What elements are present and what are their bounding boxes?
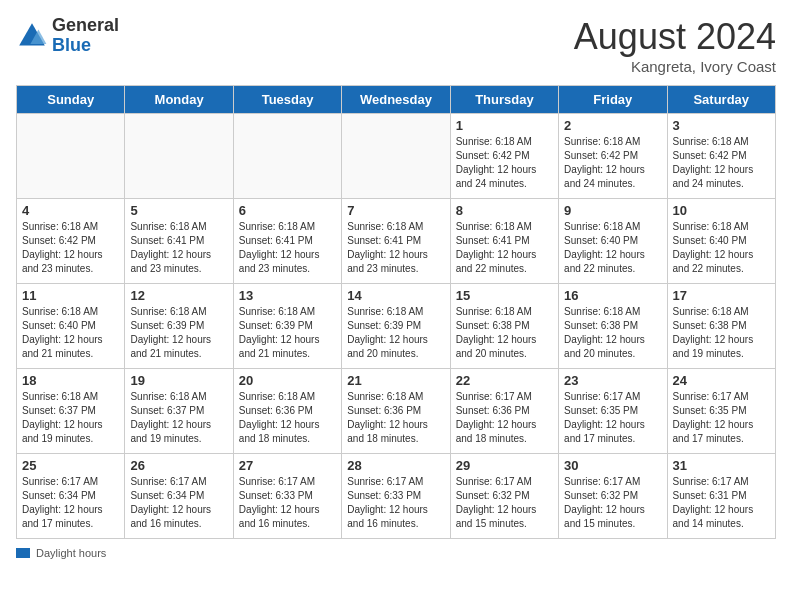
day-info: Sunrise: 6:17 AM Sunset: 6:33 PM Dayligh… — [239, 475, 336, 531]
day-info: Sunrise: 6:17 AM Sunset: 6:32 PM Dayligh… — [456, 475, 553, 531]
day-info: Sunrise: 6:18 AM Sunset: 6:40 PM Dayligh… — [22, 305, 119, 361]
day-number: 18 — [22, 373, 119, 388]
calendar-day-cell: 20Sunrise: 6:18 AM Sunset: 6:36 PM Dayli… — [233, 369, 341, 454]
logo-icon — [16, 20, 48, 52]
day-info: Sunrise: 6:18 AM Sunset: 6:36 PM Dayligh… — [347, 390, 444, 446]
calendar-day-cell: 16Sunrise: 6:18 AM Sunset: 6:38 PM Dayli… — [559, 284, 667, 369]
day-number: 20 — [239, 373, 336, 388]
calendar-day-header: Thursday — [450, 86, 558, 114]
day-info: Sunrise: 6:18 AM Sunset: 6:41 PM Dayligh… — [239, 220, 336, 276]
legend-color-box — [16, 548, 30, 558]
day-info: Sunrise: 6:18 AM Sunset: 6:41 PM Dayligh… — [456, 220, 553, 276]
day-number: 21 — [347, 373, 444, 388]
day-number: 28 — [347, 458, 444, 473]
calendar-day-cell: 8Sunrise: 6:18 AM Sunset: 6:41 PM Daylig… — [450, 199, 558, 284]
day-number: 5 — [130, 203, 227, 218]
day-info: Sunrise: 6:18 AM Sunset: 6:37 PM Dayligh… — [22, 390, 119, 446]
calendar-day-cell: 19Sunrise: 6:18 AM Sunset: 6:37 PM Dayli… — [125, 369, 233, 454]
calendar-table: SundayMondayTuesdayWednesdayThursdayFrid… — [16, 85, 776, 539]
day-number: 11 — [22, 288, 119, 303]
calendar-day-cell: 31Sunrise: 6:17 AM Sunset: 6:31 PM Dayli… — [667, 454, 775, 539]
calendar-day-cell: 21Sunrise: 6:18 AM Sunset: 6:36 PM Dayli… — [342, 369, 450, 454]
day-number: 6 — [239, 203, 336, 218]
calendar-day-header: Sunday — [17, 86, 125, 114]
day-number: 3 — [673, 118, 770, 133]
day-number: 23 — [564, 373, 661, 388]
location-text: Kangreta, Ivory Coast — [574, 58, 776, 75]
calendar-day-cell: 12Sunrise: 6:18 AM Sunset: 6:39 PM Dayli… — [125, 284, 233, 369]
day-number: 4 — [22, 203, 119, 218]
calendar-day-cell: 10Sunrise: 6:18 AM Sunset: 6:40 PM Dayli… — [667, 199, 775, 284]
calendar-day-cell: 2Sunrise: 6:18 AM Sunset: 6:42 PM Daylig… — [559, 114, 667, 199]
day-info: Sunrise: 6:17 AM Sunset: 6:32 PM Dayligh… — [564, 475, 661, 531]
day-info: Sunrise: 6:18 AM Sunset: 6:38 PM Dayligh… — [456, 305, 553, 361]
day-info: Sunrise: 6:18 AM Sunset: 6:40 PM Dayligh… — [673, 220, 770, 276]
day-number: 2 — [564, 118, 661, 133]
page-header: General Blue August 2024 Kangreta, Ivory… — [16, 16, 776, 75]
day-number: 27 — [239, 458, 336, 473]
day-number: 8 — [456, 203, 553, 218]
calendar-day-cell: 28Sunrise: 6:17 AM Sunset: 6:33 PM Dayli… — [342, 454, 450, 539]
calendar-day-cell: 13Sunrise: 6:18 AM Sunset: 6:39 PM Dayli… — [233, 284, 341, 369]
day-number: 17 — [673, 288, 770, 303]
calendar-day-cell: 18Sunrise: 6:18 AM Sunset: 6:37 PM Dayli… — [17, 369, 125, 454]
calendar-day-cell: 17Sunrise: 6:18 AM Sunset: 6:38 PM Dayli… — [667, 284, 775, 369]
calendar-day-cell: 25Sunrise: 6:17 AM Sunset: 6:34 PM Dayli… — [17, 454, 125, 539]
day-number: 16 — [564, 288, 661, 303]
day-info: Sunrise: 6:18 AM Sunset: 6:42 PM Dayligh… — [564, 135, 661, 191]
calendar-week-row: 18Sunrise: 6:18 AM Sunset: 6:37 PM Dayli… — [17, 369, 776, 454]
calendar-day-cell: 30Sunrise: 6:17 AM Sunset: 6:32 PM Dayli… — [559, 454, 667, 539]
day-info: Sunrise: 6:18 AM Sunset: 6:40 PM Dayligh… — [564, 220, 661, 276]
calendar-day-cell — [17, 114, 125, 199]
day-info: Sunrise: 6:18 AM Sunset: 6:36 PM Dayligh… — [239, 390, 336, 446]
day-number: 30 — [564, 458, 661, 473]
day-number: 31 — [673, 458, 770, 473]
calendar-week-row: 25Sunrise: 6:17 AM Sunset: 6:34 PM Dayli… — [17, 454, 776, 539]
day-number: 15 — [456, 288, 553, 303]
day-number: 14 — [347, 288, 444, 303]
calendar-day-header: Monday — [125, 86, 233, 114]
calendar-day-cell: 26Sunrise: 6:17 AM Sunset: 6:34 PM Dayli… — [125, 454, 233, 539]
day-info: Sunrise: 6:18 AM Sunset: 6:39 PM Dayligh… — [347, 305, 444, 361]
day-number: 19 — [130, 373, 227, 388]
calendar-day-cell: 23Sunrise: 6:17 AM Sunset: 6:35 PM Dayli… — [559, 369, 667, 454]
day-info: Sunrise: 6:17 AM Sunset: 6:34 PM Dayligh… — [22, 475, 119, 531]
legend: Daylight hours — [16, 547, 776, 559]
calendar-day-cell: 3Sunrise: 6:18 AM Sunset: 6:42 PM Daylig… — [667, 114, 775, 199]
calendar-week-row: 11Sunrise: 6:18 AM Sunset: 6:40 PM Dayli… — [17, 284, 776, 369]
calendar-day-cell: 9Sunrise: 6:18 AM Sunset: 6:40 PM Daylig… — [559, 199, 667, 284]
legend-label: Daylight hours — [36, 547, 106, 559]
calendar-day-header: Tuesday — [233, 86, 341, 114]
calendar-day-cell — [233, 114, 341, 199]
day-info: Sunrise: 6:18 AM Sunset: 6:39 PM Dayligh… — [130, 305, 227, 361]
day-info: Sunrise: 6:18 AM Sunset: 6:41 PM Dayligh… — [130, 220, 227, 276]
day-info: Sunrise: 6:18 AM Sunset: 6:37 PM Dayligh… — [130, 390, 227, 446]
day-number: 26 — [130, 458, 227, 473]
day-info: Sunrise: 6:17 AM Sunset: 6:36 PM Dayligh… — [456, 390, 553, 446]
calendar-day-cell: 1Sunrise: 6:18 AM Sunset: 6:42 PM Daylig… — [450, 114, 558, 199]
calendar-day-cell: 22Sunrise: 6:17 AM Sunset: 6:36 PM Dayli… — [450, 369, 558, 454]
calendar-header-row: SundayMondayTuesdayWednesdayThursdayFrid… — [17, 86, 776, 114]
day-number: 12 — [130, 288, 227, 303]
day-number: 7 — [347, 203, 444, 218]
day-info: Sunrise: 6:18 AM Sunset: 6:42 PM Dayligh… — [456, 135, 553, 191]
calendar-day-cell — [125, 114, 233, 199]
day-info: Sunrise: 6:18 AM Sunset: 6:38 PM Dayligh… — [673, 305, 770, 361]
day-info: Sunrise: 6:17 AM Sunset: 6:31 PM Dayligh… — [673, 475, 770, 531]
day-number: 13 — [239, 288, 336, 303]
calendar-day-header: Wednesday — [342, 86, 450, 114]
title-block: August 2024 Kangreta, Ivory Coast — [574, 16, 776, 75]
logo-blue-text: Blue — [52, 36, 119, 56]
day-info: Sunrise: 6:18 AM Sunset: 6:38 PM Dayligh… — [564, 305, 661, 361]
day-number: 22 — [456, 373, 553, 388]
day-info: Sunrise: 6:18 AM Sunset: 6:42 PM Dayligh… — [673, 135, 770, 191]
calendar-day-cell: 4Sunrise: 6:18 AM Sunset: 6:42 PM Daylig… — [17, 199, 125, 284]
calendar-day-cell: 27Sunrise: 6:17 AM Sunset: 6:33 PM Dayli… — [233, 454, 341, 539]
calendar-day-header: Saturday — [667, 86, 775, 114]
calendar-day-cell: 15Sunrise: 6:18 AM Sunset: 6:38 PM Dayli… — [450, 284, 558, 369]
calendar-week-row: 1Sunrise: 6:18 AM Sunset: 6:42 PM Daylig… — [17, 114, 776, 199]
day-number: 10 — [673, 203, 770, 218]
calendar-day-header: Friday — [559, 86, 667, 114]
day-info: Sunrise: 6:17 AM Sunset: 6:33 PM Dayligh… — [347, 475, 444, 531]
day-number: 24 — [673, 373, 770, 388]
